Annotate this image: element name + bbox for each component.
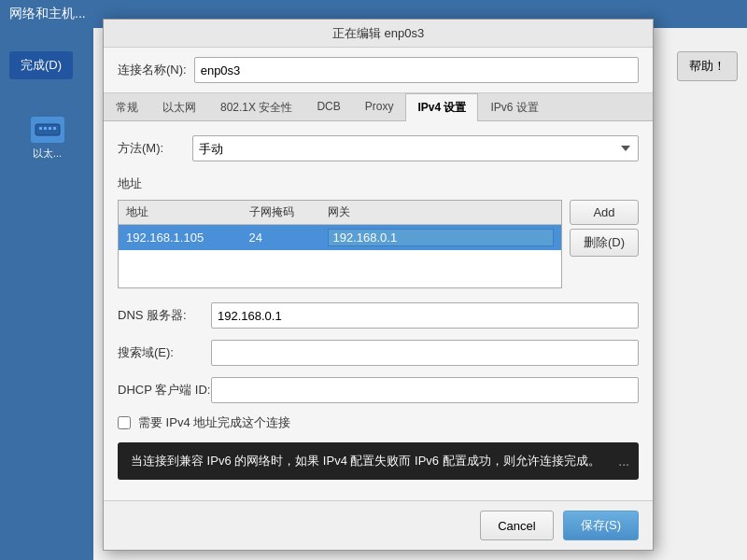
method-select[interactable]: 自动(DHCP) 手动 仅本地链接 共享给其他计算机 禁用 xyxy=(192,135,639,161)
mask-value: 24 xyxy=(249,231,262,245)
tab-ipv4[interactable]: IPv4 设置 xyxy=(405,93,478,121)
dhcp-row: DHCP 客户端 ID: xyxy=(118,377,639,403)
tab-ethernet[interactable]: 以太网 xyxy=(150,93,208,121)
dns-label: DNS 服务器: xyxy=(118,307,211,324)
dns-row: DNS 服务器: xyxy=(118,302,639,329)
tab-general[interactable]: 常规 xyxy=(104,93,150,121)
dialog-footer: Cancel 保存(S) xyxy=(104,500,653,550)
col-address: 地址 xyxy=(119,201,242,225)
tab-proxy[interactable]: Proxy xyxy=(353,93,406,121)
help-button[interactable]: 帮助！ xyxy=(677,51,738,81)
checkbox-row: 需要 IPv4 地址完成这个连接 xyxy=(118,414,639,431)
table-buttons: Add 删除(D) xyxy=(570,200,639,257)
method-label: 方法(M): xyxy=(118,140,192,157)
table-row[interactable]: 192.168.1.105 24 xyxy=(119,225,561,251)
cell-gateway[interactable] xyxy=(320,225,560,251)
table-empty-row xyxy=(119,250,561,287)
connection-name-input[interactable] xyxy=(194,57,639,83)
bg-network-item[interactable]: 以太... xyxy=(7,117,87,161)
connection-name-row: 连接名称(N): xyxy=(104,48,653,93)
bg-title: 网络和主机... xyxy=(9,6,86,22)
ipv4-required-checkbox[interactable] xyxy=(118,416,131,429)
address-section: 地址 地址 子网掩码 网关 xyxy=(118,175,639,293)
svg-rect-3 xyxy=(49,127,51,130)
tooltip-box: 当连接到兼容 IPv6 的网络时，如果 IPv4 配置失败而 IPv6 配置成功… xyxy=(118,442,639,480)
bg-icon-label: 以太... xyxy=(33,147,62,161)
address-value: 192.168.1.105 xyxy=(126,231,204,245)
empty-cell xyxy=(119,250,561,287)
search-domain-row: 搜索域(E): xyxy=(118,340,639,366)
gateway-input[interactable] xyxy=(328,229,553,246)
svg-rect-4 xyxy=(53,127,56,130)
delete-button[interactable]: 删除(D) xyxy=(570,229,639,257)
add-button[interactable]: Add xyxy=(570,200,639,225)
dhcp-label: DHCP 客户端 ID: xyxy=(118,382,211,399)
dns-input[interactable] xyxy=(211,302,639,329)
address-table-wrapper: 地址 子网掩码 网关 192.168.1.105 xyxy=(118,200,562,288)
tabs-bar: 常规 以太网 802.1X 安全性 DCB Proxy IPv4 设置 IPv6… xyxy=(104,93,653,121)
checkbox-label: 需要 IPv4 地址完成这个连接 xyxy=(138,414,290,431)
dhcp-input[interactable] xyxy=(211,377,639,403)
address-table-header: 地址 子网掩码 网关 xyxy=(119,201,561,225)
address-section-title: 地址 xyxy=(118,175,639,192)
bg-sidebar xyxy=(0,28,93,560)
dialog-titlebar: 正在编辑 enp0s3 xyxy=(104,20,653,48)
col-mask: 子网掩码 xyxy=(242,201,321,225)
svg-rect-1 xyxy=(39,127,42,130)
cell-address: 192.168.1.105 xyxy=(119,225,242,251)
save-button[interactable]: 保存(S) xyxy=(563,511,639,540)
edit-dialog: 正在编辑 enp0s3 连接名称(N): 常规 以太网 802.1X 安全性 D… xyxy=(103,19,654,551)
svg-rect-2 xyxy=(44,127,47,130)
ethernet-svg xyxy=(34,120,62,139)
tooltip-text: 当连接到兼容 IPv6 的网络时，如果 IPv4 配置失败而 IPv6 配置成功… xyxy=(131,454,600,468)
svg-rect-0 xyxy=(35,124,60,135)
complete-button[interactable]: 完成(D) xyxy=(9,51,73,79)
address-table: 地址 子网掩码 网关 192.168.1.105 xyxy=(119,201,561,287)
cell-mask: 24 xyxy=(242,225,321,251)
search-domain-label: 搜索域(E): xyxy=(118,344,211,361)
address-with-buttons: 地址 子网掩码 网关 192.168.1.105 xyxy=(118,200,639,293)
tooltip-more-button[interactable]: ... xyxy=(618,452,629,471)
dialog-title: 正在编辑 enp0s3 xyxy=(332,25,424,42)
col-gateway: 网关 xyxy=(320,201,560,225)
method-row: 方法(M): 自动(DHCP) 手动 仅本地链接 共享给其他计算机 禁用 xyxy=(118,135,639,161)
cancel-button[interactable]: Cancel xyxy=(480,511,553,540)
tab-ipv6[interactable]: IPv6 设置 xyxy=(478,93,550,121)
search-domain-input[interactable] xyxy=(211,340,639,366)
ethernet-icon xyxy=(31,117,64,143)
tab-security[interactable]: 802.1X 安全性 xyxy=(208,93,304,121)
tab-dcb[interactable]: DCB xyxy=(304,93,352,121)
connection-name-label: 连接名称(N): xyxy=(118,62,187,78)
dialog-content: 方法(M): 自动(DHCP) 手动 仅本地链接 共享给其他计算机 禁用 地址 … xyxy=(104,121,653,500)
